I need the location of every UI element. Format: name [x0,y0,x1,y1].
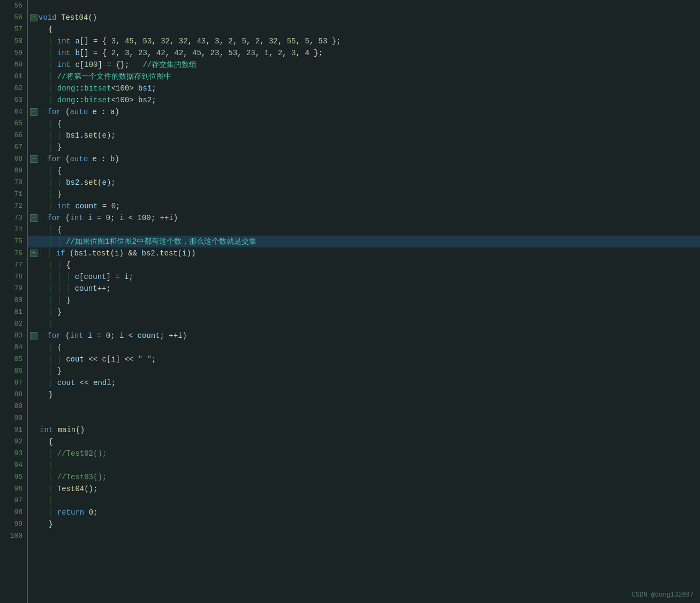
code-line-72: │ │ int count = 0; [28,200,700,212]
fold-button-73[interactable]: − [30,214,37,222]
code-line-58: │ │ int a[] = { 3, 45, 53, 32, 32, 43, 3… [28,35,700,47]
code-line-85: │ │ │ cout << c[i] << " "; [28,353,700,365]
code-line-79: │ │ │ │ count++; [28,283,700,295]
line-numbers: 55 56 57 58 59 60 61 62 63 64 65 66 67 6… [0,0,28,603]
code-line-62: │ │ dong::bitset<100> bs1; [28,82,700,94]
code-line-95: │ │ //Test03(); [28,471,700,483]
code-line-63: │ │ dong::bitset<100> bs2; [28,94,700,106]
code-line-87: │ │ cout << endl; [28,377,700,389]
code-line-100 [28,530,700,542]
code-line-90 [28,412,700,424]
code-line-97: │ │ [28,495,700,507]
code-line-83: − │ for (int i = 0; i < count; ++i) [28,330,700,342]
code-line-91: int main() [28,424,700,436]
code-line-69: │ │ { [28,165,700,177]
code-line-96: │ │ Test04(); [28,483,700,495]
code-line-94: │ │ [28,459,700,471]
code-line-55 [28,0,700,12]
code-line-75: │ │ │ //如果位图1和位图2中都有这个数，那么这个数就是交集 [28,236,700,247]
code-line-86: │ │ } [28,365,700,377]
code-line-84: │ │ { [28,342,700,353]
fold-button-83[interactable]: − [30,332,37,340]
code-content[interactable]: − void Test04() │ { │ │ int a[] = { 3, 4… [28,0,700,603]
watermark: CSDN @dong132697 [632,591,694,599]
code-line-82: │ │ [28,318,700,330]
code-line-56: − void Test04() [28,12,700,24]
code-line-66: │ │ │ bs1.set(e); [28,130,700,141]
code-line-73: − │ for (int i = 0; i < 100; ++i) [28,212,700,224]
fold-button-56[interactable]: − [30,14,37,21]
code-line-74: │ │ { [28,224,700,236]
code-line-59: │ │ int b[] = { 2, 3, 23, 42, 42, 45, 23… [28,47,700,59]
fold-button-68[interactable]: − [30,155,37,163]
code-line-92: │ { [28,436,700,448]
code-line-98: │ │ return 0; [28,507,700,518]
code-line-57: │ { [28,24,700,35]
code-line-88: │ } [28,389,700,401]
code-line-80: │ │ │ } [28,295,700,306]
code-line-77: │ │ │ { [28,259,700,271]
code-editor: 55 56 57 58 59 60 61 62 63 64 65 66 67 6… [0,0,700,603]
code-line-64: − │ for (auto e : a) [28,106,700,118]
code-line-93: │ │ //Test02(); [28,448,700,459]
code-line-81: │ │ } [28,306,700,318]
fold-button-76[interactable]: − [30,250,37,257]
code-line-65: │ │ { [28,118,700,130]
code-line-61: │ │ //将第一个文件的数据存到位图中 [28,71,700,82]
code-line-78: │ │ │ │ c[count] = i; [28,271,700,283]
fold-button-64[interactable]: − [30,108,37,116]
code-line-71: │ │ } [28,189,700,200]
code-line-89 [28,401,700,412]
code-line-67: │ │ } [28,141,700,153]
code-line-70: │ │ │ bs2.set(e); [28,177,700,189]
code-line-99: │ } [28,518,700,530]
code-line-68: − │ for (auto e : b) [28,153,700,165]
code-line-60: │ │ int c[100] = {}; //存交集的数组 [28,59,700,71]
code-line-76: − │ │ if (bs1.test(i) && bs2.test(i)) [28,247,700,259]
